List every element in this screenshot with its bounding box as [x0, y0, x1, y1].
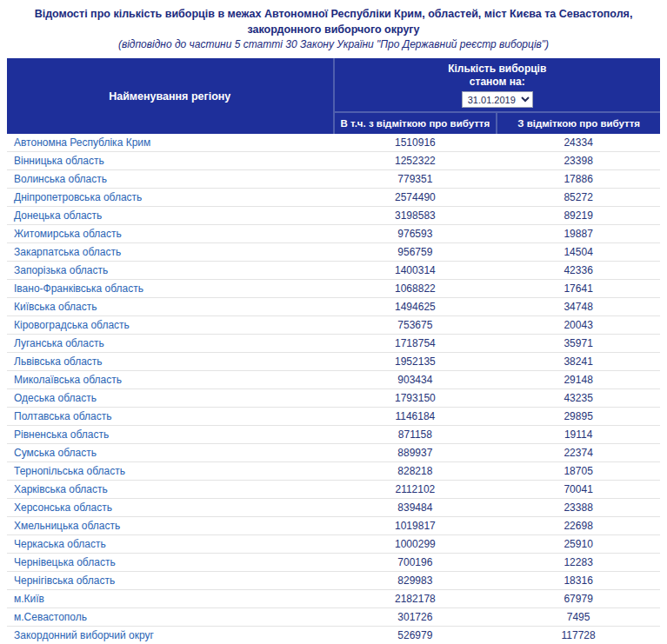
count-header: Кількість виборців станом на: 31.01.2019: [334, 58, 661, 112]
voters-count: 1494625: [334, 298, 497, 316]
region-column-header: Найменування регіону: [7, 58, 334, 134]
departed-count: 19887: [497, 225, 660, 243]
departed-count: 23388: [497, 499, 660, 517]
region-link[interactable]: Закордонний виборчий округ: [7, 627, 334, 644]
region-link[interactable]: Хмельницька область: [7, 517, 334, 535]
departed-count: 18316: [497, 572, 660, 590]
voters-count: 2574490: [334, 189, 497, 207]
departed-count: 35971: [497, 335, 660, 353]
departed-count: 29148: [497, 371, 660, 389]
region-link[interactable]: Черкаська область: [7, 535, 334, 554]
region-link[interactable]: Луганська область: [7, 335, 334, 353]
table-row: Луганська область 1718754 35971: [7, 335, 660, 353]
voters-count: 301726: [334, 608, 497, 627]
region-link[interactable]: Чернігівська область: [7, 572, 334, 590]
date-select[interactable]: 31.01.2019: [462, 91, 533, 108]
voters-count: 526979: [334, 627, 497, 644]
table-row: Миколаївська область 903434 29148: [7, 371, 660, 389]
departed-count: 89219: [497, 207, 660, 225]
voters-count: 1952135: [334, 353, 497, 371]
voters-count: 828218: [334, 462, 497, 481]
table-row: Івано-Франківська область 1068822 17641: [7, 280, 660, 298]
departed-count: 18705: [497, 462, 660, 481]
table-row: м.Київ 2182178 67979: [7, 590, 660, 608]
table-row: Рівненська область 871158 19114: [7, 426, 660, 444]
departed-count: 17886: [497, 170, 660, 189]
voters-count: 1068822: [334, 280, 497, 298]
voters-count: 871158: [334, 426, 497, 444]
voters-count: 956759: [334, 243, 497, 262]
page: Відомості про кількість виборців в межах…: [0, 0, 667, 644]
table-row: Закордонний виборчий округ 526979 117728: [7, 627, 660, 644]
departed-count: 23398: [497, 152, 660, 170]
table-body: Автономна Республіка Крим 1510916 24334 …: [7, 134, 660, 644]
departed-count: 19114: [497, 426, 660, 444]
departed-count: 70041: [497, 481, 660, 499]
voters-count: 839484: [334, 499, 497, 517]
voters-count: 829983: [334, 572, 497, 590]
region-link[interactable]: Волинська область: [7, 170, 334, 189]
table-row: Одеська область 1793150 43235: [7, 389, 660, 408]
region-link[interactable]: Сумська область: [7, 444, 334, 462]
region-link[interactable]: Полтавська область: [7, 408, 334, 426]
voters-count: 903434: [334, 371, 497, 389]
departed-count: 43235: [497, 389, 660, 408]
table-row: Дніпропетровська область 2574490 85272: [7, 189, 660, 207]
table-row: Волинська область 779351 17886: [7, 170, 660, 189]
table-row: Чернігівська область 829983 18316: [7, 572, 660, 590]
page-title: Відомості про кількість виборців в межах…: [7, 6, 660, 37]
count-header-line1: Кількість виборців: [335, 63, 661, 76]
voters-count: 1510916: [334, 134, 497, 152]
departed-count: 7495: [497, 608, 660, 627]
region-link[interactable]: Харківська область: [7, 481, 334, 499]
table-row: Вінницька область 1252322 23398: [7, 152, 660, 170]
table-row: Донецька область 3198583 89219: [7, 207, 660, 225]
region-link[interactable]: Вінницька область: [7, 152, 334, 170]
departed-count: 29895: [497, 408, 660, 426]
region-link[interactable]: Івано-Франківська область: [7, 280, 334, 298]
voters-count: 2182178: [334, 590, 497, 608]
departed-count: 117728: [497, 627, 660, 644]
region-link[interactable]: Кіровоградська область: [7, 316, 334, 335]
table-row: Автономна Республіка Крим 1510916 24334: [7, 134, 660, 152]
region-link[interactable]: Чернівецька область: [7, 554, 334, 572]
table-row: Хмельницька область 1019817 22698: [7, 517, 660, 535]
voters-count: 1146184: [334, 408, 497, 426]
region-link[interactable]: Тернопільська область: [7, 462, 334, 481]
departed-count: 17641: [497, 280, 660, 298]
region-link[interactable]: Закарпатська область: [7, 243, 334, 262]
region-link[interactable]: Миколаївська область: [7, 371, 334, 389]
voters-count: 1718754: [334, 335, 497, 353]
region-link[interactable]: Житомирська область: [7, 225, 334, 243]
voters-table: Найменування регіону Кількість виборців …: [7, 58, 660, 644]
table-row: Запорізька область 1400314 42336: [7, 262, 660, 280]
table-row: Полтавська область 1146184 29895: [7, 408, 660, 426]
region-link[interactable]: Київська область: [7, 298, 334, 316]
col-total-header: В т.ч. з відміткою про вибуття: [334, 112, 497, 134]
col-departed-header: З відміткою про вибуття: [497, 112, 660, 134]
region-link[interactable]: м.Севастополь: [7, 608, 334, 627]
table-row: Сумська область 889937 22374: [7, 444, 660, 462]
region-link[interactable]: Рівненська область: [7, 426, 334, 444]
region-link[interactable]: Одеська область: [7, 389, 334, 408]
departed-count: 22374: [497, 444, 660, 462]
region-link[interactable]: Херсонська область: [7, 499, 334, 517]
region-link[interactable]: Запорізька область: [7, 262, 334, 280]
region-link[interactable]: Автономна Республіка Крим: [7, 134, 334, 152]
region-link[interactable]: м.Київ: [7, 590, 334, 608]
region-link[interactable]: Донецька область: [7, 207, 334, 225]
departed-count: 25910: [497, 535, 660, 554]
voters-count: 700196: [334, 554, 497, 572]
table-row: Харківська область 2112102 70041: [7, 481, 660, 499]
departed-count: 20043: [497, 316, 660, 335]
voters-count: 1400314: [334, 262, 497, 280]
region-link[interactable]: Дніпропетровська область: [7, 189, 334, 207]
departed-count: 34748: [497, 298, 660, 316]
voters-count: 889937: [334, 444, 497, 462]
voters-count: 779351: [334, 170, 497, 189]
region-link[interactable]: Львівська область: [7, 353, 334, 371]
table-row: м.Севастополь 301726 7495: [7, 608, 660, 627]
table-row: Чернівецька область 700196 12283: [7, 554, 660, 572]
departed-count: 24334: [497, 134, 660, 152]
table-header: Найменування регіону Кількість виборців …: [7, 58, 660, 134]
